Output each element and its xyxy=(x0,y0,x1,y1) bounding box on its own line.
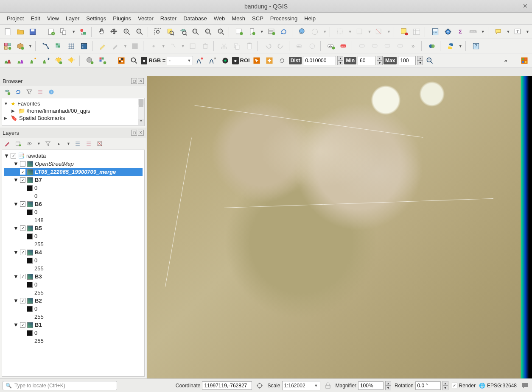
browser-favorites[interactable]: ▼★Favorites xyxy=(4,100,143,107)
annotation-dropdown[interactable]: ▼ xyxy=(524,30,530,34)
select-features-dropdown[interactable]: ▼ xyxy=(347,30,353,34)
layer-band-checkbox[interactable] xyxy=(20,298,25,303)
layers-remove-button[interactable] xyxy=(95,139,104,148)
menu-web[interactable]: Web xyxy=(210,14,229,23)
layers-expression-button[interactable]: ε xyxy=(54,139,64,148)
browser-properties-button[interactable]: i xyxy=(47,87,56,97)
layer-band-B4[interactable]: ▼B4 xyxy=(4,248,143,256)
menu-edit[interactable]: Edit xyxy=(27,14,43,23)
deselect-button[interactable] xyxy=(373,26,385,38)
layers-tree[interactable]: ▼📑rawdata ▼OpenStreetMap LT05_122065_199… xyxy=(2,150,145,377)
layout-manager-button[interactable] xyxy=(58,26,70,38)
save-project-button[interactable] xyxy=(27,26,39,38)
layers-style-button[interactable] xyxy=(3,139,12,148)
messages-button[interactable] xyxy=(520,381,529,390)
layer-band-checkbox[interactable] xyxy=(20,322,25,328)
zoom-layer-button[interactable] xyxy=(177,26,189,38)
toggle-extents-button[interactable] xyxy=(255,381,264,390)
layers-add-group-button[interactable] xyxy=(14,139,23,148)
menu-project[interactable]: Project xyxy=(3,14,27,23)
scp-max-spinner[interactable]: ▲▼ xyxy=(417,56,423,65)
layer-band-checkbox[interactable] xyxy=(20,177,25,183)
scp-max-input[interactable] xyxy=(398,56,416,65)
digitize-dropdown[interactable]: ▼ xyxy=(160,44,166,48)
vertex-tool-button[interactable] xyxy=(167,40,179,52)
scp-dist-spinner[interactable]: ▲▼ xyxy=(337,56,343,65)
save-edits-button[interactable] xyxy=(109,40,121,52)
browser-home-folder[interactable]: ▶📁/home/firmanhadi/00_qgis xyxy=(4,107,143,114)
help-button[interactable]: ? xyxy=(470,40,482,52)
zoom-next-button[interactable] xyxy=(215,26,227,38)
browser-scrollbar[interactable]: ▲▼ xyxy=(138,99,144,125)
layer-osm[interactable]: ▼OpenStreetMap xyxy=(4,160,143,168)
save-edits-dropdown[interactable]: ▼ xyxy=(122,44,128,48)
browser-close-button[interactable]: ✕ xyxy=(138,78,144,84)
scp-batch-button[interactable] xyxy=(40,55,52,67)
select-by-expression-button[interactable] xyxy=(398,26,410,38)
menu-layer[interactable]: Layer xyxy=(62,14,83,23)
delete-selected-button[interactable] xyxy=(199,40,211,52)
identify-button[interactable]: i xyxy=(297,26,308,38)
layer-band-B5[interactable]: ▼B5 xyxy=(4,224,143,232)
scp-local-stretch-button[interactable] xyxy=(194,55,206,67)
browser-collapse-button[interactable] xyxy=(36,87,45,97)
scp-rgb-combo[interactable]: -▼ xyxy=(167,56,193,65)
map-tips-button[interactable] xyxy=(493,26,504,38)
layer-selected[interactable]: LT05_122065_19900709_merge xyxy=(4,168,143,176)
temporal-controller-button[interactable] xyxy=(266,26,277,38)
scp-scatter-button[interactable] xyxy=(27,55,39,67)
layers-close-button[interactable]: ✕ xyxy=(138,130,144,136)
pan-to-selection-button[interactable] xyxy=(109,26,120,38)
layer-band-B6[interactable]: ▼B6 xyxy=(4,200,143,208)
measure-dropdown[interactable]: ▼ xyxy=(480,30,486,34)
scp-more-button[interactable]: » xyxy=(500,55,512,67)
scp-roi-pointer-button[interactable] xyxy=(251,55,263,67)
open-attribute-table-button[interactable] xyxy=(411,26,423,38)
scp-dock-button[interactable] xyxy=(518,55,530,67)
text-annotation-button[interactable]: T xyxy=(512,26,524,38)
browser-undock-button[interactable]: ◻ xyxy=(131,78,137,84)
cut-button[interactable] xyxy=(218,40,230,52)
layer-band-B7[interactable]: ▼B7 xyxy=(4,176,143,184)
layer-band-B3[interactable]: ▼B3 xyxy=(4,272,143,281)
scp-roi-add-button[interactable] xyxy=(263,55,275,67)
crs-button[interactable]: 🌐EPSG:32648 xyxy=(479,383,517,389)
locator-search[interactable]: 🔍Type to locate (Ctrl+K) xyxy=(3,381,117,390)
toggle-editing-button[interactable] xyxy=(97,40,109,52)
deselect-dropdown[interactable]: ▼ xyxy=(386,30,392,34)
new-print-layout-button[interactable]: + xyxy=(45,26,57,38)
menu-plugins[interactable]: Plugins xyxy=(109,14,134,23)
scp-band-set-button[interactable] xyxy=(97,55,109,67)
bookmark-dropdown[interactable]: ▼ xyxy=(259,30,265,34)
python-dropdown[interactable]: ▼ xyxy=(457,44,463,48)
layer-band-checkbox[interactable] xyxy=(20,225,25,231)
field-calculator-button[interactable] xyxy=(429,26,441,38)
layer-group-checkbox[interactable] xyxy=(11,153,16,158)
layer-band-checkbox[interactable] xyxy=(20,274,25,279)
measure-button[interactable] xyxy=(467,26,479,38)
statistics-panel-button[interactable]: Σ xyxy=(455,26,467,38)
zoom-native-button[interactable]: 1:1 xyxy=(190,26,202,38)
style-manager-button[interactable]: a xyxy=(77,26,89,38)
add-vector-button[interactable] xyxy=(40,40,52,52)
zoom-last-button[interactable] xyxy=(202,26,214,38)
scp-dist-input[interactable] xyxy=(303,56,336,65)
menu-database[interactable]: Database xyxy=(180,14,210,23)
browser-filter-button[interactable] xyxy=(25,87,34,97)
zoom-full-button[interactable] xyxy=(152,26,164,38)
new-bookmark-button[interactable] xyxy=(246,26,258,38)
scp-cumulative-stretch-button[interactable]: σ xyxy=(207,55,218,67)
scp-settings-b-button[interactable] xyxy=(65,55,77,67)
magnifier-spinner[interactable]: ▲▼ xyxy=(385,381,391,390)
add-raster-button[interactable] xyxy=(53,40,64,52)
processing-toolbox-button[interactable] xyxy=(442,26,454,38)
menu-raster[interactable]: Raster xyxy=(157,14,180,23)
layer-labeling-button[interactable]: abc xyxy=(325,40,337,52)
redo-button[interactable] xyxy=(275,40,287,52)
menu-view[interactable]: View xyxy=(44,14,62,23)
scp-roi-histogram-button[interactable] xyxy=(2,55,14,67)
menu-mesh[interactable]: Mesh xyxy=(228,14,249,23)
layer-band-B2[interactable]: ▼B2 xyxy=(4,297,143,305)
browser-tree[interactable]: ▼★Favorites ▶📁/home/firmanhadi/00_qgis ▶… xyxy=(2,98,145,126)
select-features-button[interactable] xyxy=(334,26,346,38)
